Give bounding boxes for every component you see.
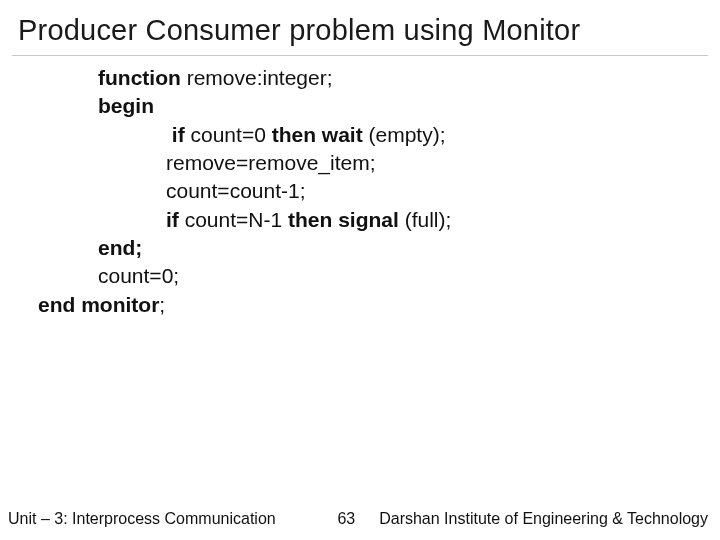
code-line: if count=N-1 then signal (full);: [38, 206, 720, 234]
footer: Unit – 3: Interprocess Communication 63 …: [0, 510, 720, 528]
code-line: end;: [38, 234, 720, 262]
code-line: function remove:integer;: [38, 64, 720, 92]
footer-left: Unit – 3: Interprocess Communication: [8, 510, 276, 528]
code-block: function remove:integer; begin if count=…: [0, 56, 720, 319]
code-line: remove=remove_item;: [38, 149, 720, 177]
code-line: count=0;: [38, 262, 720, 290]
code-line: if count=0 then wait (empty);: [38, 121, 720, 149]
code-line: count=count-1;: [38, 177, 720, 205]
footer-page: 63: [337, 510, 379, 528]
code-line: begin: [38, 92, 720, 120]
code-line: end monitor;: [38, 291, 720, 319]
footer-right: Darshan Institute of Engineering & Techn…: [379, 510, 708, 528]
slide-title: Producer Consumer problem using Monitor: [0, 0, 720, 55]
